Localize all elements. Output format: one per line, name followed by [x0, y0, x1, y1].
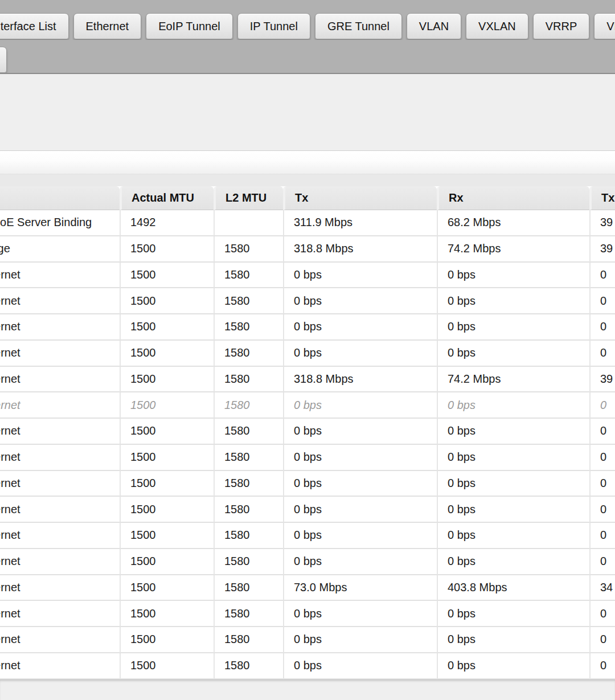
- cell-rx: 0 bps: [437, 314, 589, 341]
- cell-l2-mtu: 1580: [214, 627, 283, 653]
- cell-l2-mtu: 1580: [214, 497, 283, 523]
- tab-ethernet[interactable]: Ethernet: [73, 13, 142, 39]
- cell-type: Ethernet: [0, 263, 120, 289]
- cell-rx: 0 bps: [437, 653, 589, 679]
- cell-rx: 0 bps: [437, 341, 589, 367]
- cell-rx: 0 bps: [437, 392, 589, 419]
- col-header-rx[interactable]: Rx: [437, 186, 589, 210]
- cell-type: Ethernet: [0, 367, 120, 393]
- cell-actual-mtu: 1500: [120, 497, 214, 523]
- cell-type: PPPoE Server Binding: [0, 210, 120, 236]
- cell-type: Ethernet: [0, 445, 120, 471]
- cell-tx-packet: 34 4: [589, 575, 615, 601]
- cell-type: Ethernet: [0, 419, 120, 445]
- cell-actual-mtu: 1500: [120, 445, 214, 471]
- cell-l2-mtu: 1580: [214, 341, 283, 367]
- table-row[interactable]: Ethernet 1500 1580 0 bps 0 bps 0: [0, 523, 615, 549]
- tab-row-2: [0, 47, 615, 73]
- cell-actual-mtu: 1500: [120, 419, 214, 445]
- cell-actual-mtu: 1500: [120, 471, 214, 497]
- cell-l2-mtu: 1580: [214, 523, 283, 549]
- cell-rx: 0 bps: [437, 445, 589, 471]
- tab-partial[interactable]: [0, 47, 7, 73]
- cell-actual-mtu: 1500: [120, 653, 214, 679]
- cell-rx: 68.2 Mbps: [437, 210, 589, 236]
- table-row[interactable]: Ethernet 1500 1580 0 bps 0 bps 0: [0, 341, 615, 367]
- table-row[interactable]: Ethernet 1500 1580 0 bps 0 bps 0: [0, 445, 615, 471]
- table-row[interactable]: Ethernet 1500 1580 0 bps 0 bps 0: [0, 314, 615, 341]
- table-row[interactable]: Ethernet 1500 1580 0 bps 0 bps 0: [0, 392, 615, 419]
- cell-actual-mtu: 1500: [120, 549, 214, 575]
- toolbar-strip: [0, 151, 615, 174]
- tab-vlan[interactable]: VLAN: [407, 13, 461, 39]
- tab-chrome: Interface ListEthernetEoIP TunnelIP Tunn…: [0, 0, 615, 74]
- table-row[interactable]: PPPoE Server Binding 1492 311.9 Mbps 68.…: [0, 210, 615, 236]
- table-row[interactable]: Ethernet 1500 1580 0 bps 0 bps 0: [0, 497, 615, 523]
- cell-l2-mtu: 1580: [214, 236, 283, 263]
- cell-tx: 0 bps: [283, 471, 437, 497]
- interface-table: Actual MTU L2 MTU Tx Rx Tx P PPPoE Serve…: [0, 186, 615, 679]
- cell-actual-mtu: 1500: [120, 263, 214, 289]
- cell-tx: 0 bps: [283, 523, 437, 549]
- table-row[interactable]: Ethernet 1500 1580 0 bps 0 bps 0: [0, 288, 615, 314]
- cell-tx: 0 bps: [283, 263, 437, 289]
- table-row[interactable]: Ethernet 1500 1580 0 bps 0 bps 0: [0, 471, 615, 497]
- table-row[interactable]: Ethernet 1500 1580 0 bps 0 bps 0: [0, 549, 615, 575]
- col-header-tx-packet[interactable]: Tx P: [589, 186, 615, 210]
- table-row[interactable]: Ethernet 1500 1580 73.0 Mbps 403.8 Mbps …: [0, 575, 615, 601]
- cell-tx: 0 bps: [283, 419, 437, 445]
- table-row[interactable]: Ethernet 1500 1580 0 bps 0 bps 0: [0, 653, 615, 679]
- cell-l2-mtu: 1580: [214, 549, 283, 575]
- tab-vxlan[interactable]: VXLAN: [466, 13, 528, 39]
- cell-tx: 0 bps: [283, 445, 437, 471]
- cell-tx: 0 bps: [283, 314, 437, 341]
- cell-l2-mtu: 1580: [214, 653, 283, 679]
- cell-l2-mtu: 1580: [214, 314, 283, 341]
- cell-tx-packet: 39 4: [589, 210, 615, 236]
- table-row[interactable]: Ethernet 1500 1580 0 bps 0 bps 0: [0, 627, 615, 653]
- cell-tx: 0 bps: [283, 288, 437, 314]
- table-row[interactable]: Ethernet 1500 1580 0 bps 0 bps 0: [0, 419, 615, 445]
- table-row[interactable]: Ethernet 1500 1580 0 bps 0 bps 0: [0, 601, 615, 627]
- tab-gre-tunnel[interactable]: GRE Tunnel: [315, 13, 402, 39]
- col-header-l2-mtu[interactable]: L2 MTU: [214, 186, 283, 210]
- cell-l2-mtu: 1580: [214, 288, 283, 314]
- cell-tx-packet: 0: [589, 263, 615, 289]
- col-header-type[interactable]: [0, 186, 120, 210]
- cell-rx: 0 bps: [437, 497, 589, 523]
- cell-tx-packet: 0: [589, 314, 615, 341]
- cell-type: Ethernet: [0, 627, 120, 653]
- cell-rx: 0 bps: [437, 263, 589, 289]
- cell-rx: 0 bps: [437, 523, 589, 549]
- cell-tx: 0 bps: [283, 601, 437, 627]
- cell-tx: 311.9 Mbps: [283, 210, 437, 236]
- table-row[interactable]: Ethernet 1500 1580 318.8 Mbps 74.2 Mbps …: [0, 367, 615, 393]
- cell-type: Ethernet: [0, 549, 120, 575]
- cell-tx: 0 bps: [283, 549, 437, 575]
- col-header-tx[interactable]: Tx: [283, 186, 437, 210]
- content-panel: [0, 74, 615, 151]
- cell-actual-mtu: 1500: [120, 288, 214, 314]
- cell-tx: 0 bps: [283, 497, 437, 523]
- cell-rx: 0 bps: [437, 601, 589, 627]
- cell-actual-mtu: 1500: [120, 236, 214, 263]
- table-row[interactable]: Ethernet 1500 1580 0 bps 0 bps 0: [0, 263, 615, 289]
- tab-veth[interactable]: VETH: [594, 13, 615, 39]
- cell-tx-packet: 0: [589, 549, 615, 575]
- tab-interface-list[interactable]: Interface List: [0, 13, 69, 39]
- tab-ip-tunnel[interactable]: IP Tunnel: [237, 13, 310, 39]
- cell-actual-mtu: 1500: [120, 367, 214, 393]
- cell-actual-mtu: 1492: [120, 210, 214, 236]
- tab-eoip-tunnel[interactable]: EoIP Tunnel: [146, 13, 233, 39]
- cell-tx-packet: 0: [589, 601, 615, 627]
- cell-tx: 0 bps: [283, 341, 437, 367]
- table-row[interactable]: Bridge 1500 1580 318.8 Mbps 74.2 Mbps 39…: [0, 236, 615, 263]
- cell-l2-mtu: 1580: [214, 367, 283, 393]
- cell-actual-mtu: 1500: [120, 523, 214, 549]
- col-header-actual-mtu[interactable]: Actual MTU: [120, 186, 214, 210]
- cell-type: Ethernet: [0, 497, 120, 523]
- cell-l2-mtu: 1580: [214, 263, 283, 289]
- interface-table-body: PPPoE Server Binding 1492 311.9 Mbps 68.…: [0, 210, 615, 679]
- cell-tx-packet: 0: [589, 445, 615, 471]
- tab-vrrp[interactable]: VRRP: [533, 13, 590, 39]
